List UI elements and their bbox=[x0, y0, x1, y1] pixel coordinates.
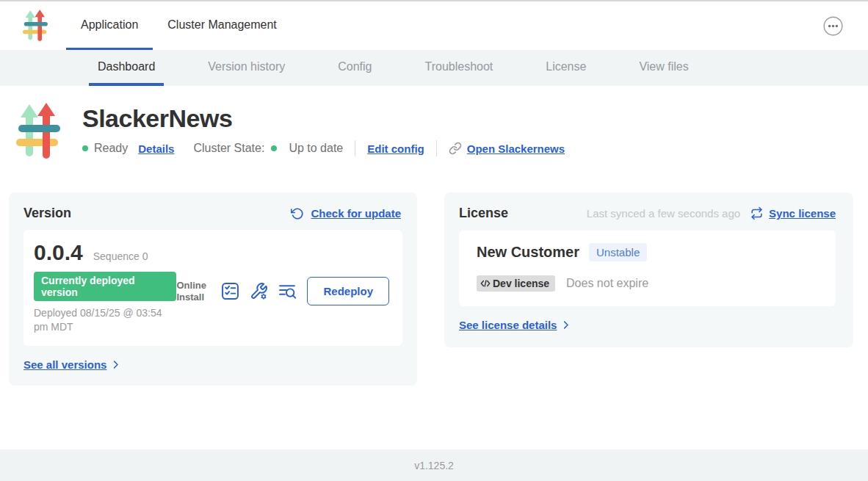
link-icon bbox=[449, 142, 462, 155]
preflight-checks-icon[interactable] bbox=[221, 282, 240, 301]
chevron-right-icon bbox=[560, 319, 571, 330]
license-type-badge: Dev license bbox=[477, 275, 555, 292]
subnav-tab-version-history-label: Version history bbox=[208, 60, 285, 73]
subnav-tab-license-label: License bbox=[546, 60, 586, 73]
sync-icon bbox=[751, 207, 763, 220]
customer-name: New Customer bbox=[477, 244, 579, 261]
sync-license-group[interactable]: Sync license bbox=[751, 207, 836, 220]
edit-config-link[interactable]: Edit config bbox=[367, 142, 424, 155]
navbar-logo-icon bbox=[21, 1, 50, 50]
subnav-tab-config[interactable]: Config bbox=[329, 50, 380, 86]
deployed-status-badge: Currently deployed version bbox=[34, 272, 176, 301]
see-all-versions-link[interactable]: See all versions bbox=[23, 358, 106, 371]
open-app-link[interactable]: Open Slackernews bbox=[467, 142, 565, 155]
current-version-panel: 0.0.4 Sequence 0 Currently deployed vers… bbox=[23, 230, 402, 346]
app-header: SlackerNews Ready Details Cluster State:… bbox=[0, 86, 868, 166]
page-title: SlackerNews bbox=[82, 104, 565, 133]
subnav-tab-troubleshoot-label: Troubleshoot bbox=[424, 60, 493, 73]
check-for-update-link[interactable]: Check for update bbox=[311, 207, 401, 220]
deploy-logs-icon[interactable] bbox=[278, 282, 297, 301]
sequence-label: Sequence 0 bbox=[93, 250, 148, 262]
ellipsis-menu-icon[interactable] bbox=[823, 16, 843, 36]
dashboard-cards: Version Check for update 0.0.4 Sequence … bbox=[9, 192, 868, 386]
console-version: v1.125.2 bbox=[414, 460, 454, 471]
divider bbox=[436, 140, 437, 156]
check-for-update-group[interactable]: Check for update bbox=[291, 207, 401, 220]
tab-application-label: Application bbox=[81, 18, 138, 32]
see-all-versions-group[interactable]: See all versions bbox=[23, 358, 402, 371]
see-license-details-link[interactable]: See license details bbox=[459, 319, 557, 331]
code-icon bbox=[480, 278, 491, 289]
edit-config-icon[interactable] bbox=[250, 282, 269, 301]
tab-application[interactable]: Application bbox=[66, 1, 153, 50]
subnav-tab-troubleshoot[interactable]: Troubleshoot bbox=[416, 50, 502, 86]
license-card: License Last synced a few seconds ago Sy… bbox=[444, 192, 853, 347]
subnav-tab-view-files[interactable]: View files bbox=[630, 50, 697, 86]
console-footer: v1.125.2 bbox=[0, 449, 868, 481]
app-logo-icon bbox=[15, 100, 62, 166]
status-details-link[interactable]: Details bbox=[138, 142, 174, 155]
license-panel: New Customer Unstable Dev license Does n… bbox=[459, 231, 836, 306]
cluster-state-dot bbox=[271, 145, 277, 151]
cluster-state-value: Up to date bbox=[289, 142, 343, 155]
app-status-dot bbox=[82, 145, 88, 151]
last-synced-label: Last synced a few seconds ago bbox=[587, 207, 740, 220]
divider bbox=[355, 140, 355, 156]
subnav-tab-dashboard-label: Dashboard bbox=[98, 60, 155, 73]
tab-cluster-management[interactable]: Cluster Management bbox=[153, 1, 292, 50]
sync-license-link[interactable]: Sync license bbox=[769, 207, 836, 220]
app-subnav: Dashboard Version history Config Trouble… bbox=[0, 50, 868, 86]
subnav-tab-dashboard[interactable]: Dashboard bbox=[89, 50, 164, 86]
deployed-timestamp: Deployed 08/15/25 @ 03:54 pm MDT bbox=[34, 306, 176, 334]
channel-badge: Unstable bbox=[589, 243, 647, 261]
see-license-details-group[interactable]: See license details bbox=[459, 319, 836, 331]
version-card: Version Check for update 0.0.4 Sequence … bbox=[9, 192, 417, 386]
license-type-badge-label: Dev license bbox=[493, 278, 549, 289]
open-app-link-group[interactable]: Open Slackernews bbox=[449, 142, 565, 155]
subnav-tab-license[interactable]: License bbox=[537, 50, 595, 86]
refresh-icon bbox=[291, 207, 304, 220]
chevron-right-icon bbox=[110, 359, 121, 370]
subnav-tab-config-label: Config bbox=[338, 60, 372, 73]
app-status-label: Ready bbox=[94, 142, 128, 155]
tab-cluster-management-label: Cluster Management bbox=[167, 18, 277, 32]
top-navbar: Application Cluster Management bbox=[0, 1, 868, 50]
license-expiration: Does not expire bbox=[566, 277, 648, 290]
subnav-tab-version-history[interactable]: Version history bbox=[199, 50, 294, 86]
redeploy-button[interactable]: Redeploy bbox=[307, 277, 389, 305]
version-card-title: Version bbox=[23, 206, 71, 221]
install-type-label: Online Install bbox=[176, 280, 211, 303]
subnav-tab-view-files-label: View files bbox=[639, 60, 688, 73]
app-status-row: Ready Details Cluster State: Up to date … bbox=[82, 140, 565, 156]
version-number: 0.0.4 bbox=[34, 240, 83, 265]
cluster-state-label: Cluster State: bbox=[193, 142, 264, 155]
license-card-title: License bbox=[459, 206, 508, 221]
